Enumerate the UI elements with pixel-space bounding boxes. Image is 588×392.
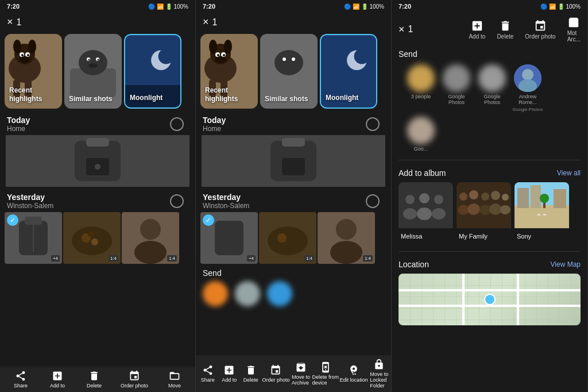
select-circle-yesterday-1[interactable] <box>170 194 184 208</box>
select-circle-yesterday-2[interactable] <box>366 194 380 208</box>
card-recent-highlights-2[interactable]: Recenthighlights <box>200 34 258 109</box>
svg-rect-94 <box>514 205 569 228</box>
toolbar-edit-location-2[interactable]: Edit location <box>340 364 368 383</box>
status-icons-2: 🔵 📶 🔋 100% <box>344 3 384 10</box>
phone-panel-2: 7:20 🔵 📶 🔋 100% × 1 <box>196 0 392 392</box>
photo-person-1[interactable]: 1:4 <box>122 212 179 264</box>
card-moonlight-2[interactable]: Moonlight <box>320 34 377 109</box>
svg-point-80 <box>434 195 443 204</box>
toolbar-order-2[interactable]: Order photo <box>262 364 289 383</box>
photo-person-2[interactable]: 1:4 <box>318 212 375 264</box>
svg-point-14 <box>79 50 107 75</box>
section-yesterday-1: Yesterday Winston-Salem <box>0 188 195 211</box>
phone-panel-3: 7:20 🔵 📶 🔋 100% × 1 Add to Delete Order … <box>392 0 588 392</box>
svg-point-99 <box>540 194 549 203</box>
svg-point-45 <box>224 40 232 53</box>
card-label-highlights-2: Recenthighlights <box>205 86 238 104</box>
send-avatars-right: 3 people Google Photos Google Photos <box>399 62 581 154</box>
action-order-3[interactable]: Order photo <box>525 20 555 40</box>
svg-point-55 <box>283 57 286 61</box>
toolbar-delete-1[interactable]: Delete <box>84 370 105 389</box>
svg-rect-26 <box>86 138 109 147</box>
svg-point-87 <box>481 193 489 201</box>
photo-checked-2: ✓ <box>203 214 214 226</box>
status-icons-1: 🔵 📶 🔋 100% <box>148 3 188 10</box>
status-time-1: 7:20 <box>7 3 20 10</box>
svg-point-48 <box>217 54 219 56</box>
photo-food-1[interactable]: 1:4 <box>63 212 121 264</box>
svg-point-17 <box>88 59 90 61</box>
send-avatar-right-people[interactable]: 3 people <box>405 64 436 112</box>
section-title-today-1: Today <box>7 116 30 125</box>
svg-rect-75 <box>399 182 453 228</box>
toolbar-order-1[interactable]: Order photo <box>121 370 148 389</box>
location-section: Location View Map <box>392 255 587 328</box>
map-road-v1 <box>462 274 465 325</box>
close-button-3[interactable]: × <box>399 24 405 36</box>
select-circle-today-2[interactable] <box>366 117 380 131</box>
card-label-similar-1: Similar shots <box>69 95 112 104</box>
svg-point-44 <box>209 40 217 53</box>
svg-point-19 <box>88 63 98 68</box>
action-bar-icons-3: Add to Delete Order photo MotArc... <box>469 16 581 43</box>
svg-point-68 <box>277 233 287 243</box>
card-similar-shots-2[interactable]: Similar shots <box>260 34 318 109</box>
photo-food-2[interactable]: 1:4 <box>259 212 316 264</box>
toolbar-addto-1[interactable]: Add to <box>47 370 68 389</box>
send-avatar-label-people: 3 people <box>411 94 431 99</box>
send-avatar-right-gp3[interactable]: Goo... <box>405 117 436 152</box>
status-icons-3: 🔵 📶 🔋 100% <box>540 3 581 10</box>
send-avatar-label-gp1: Google Photos <box>441 94 472 105</box>
toolbar-archive-2[interactable]: Move toArchive <box>291 362 311 386</box>
toolbar-locked-folder-2[interactable]: Move toLockedFolder <box>369 359 389 389</box>
toolbar-move-1[interactable]: Move <box>164 370 185 389</box>
action-addto-3[interactable]: Add to <box>469 20 485 40</box>
album-label-sony: Sony <box>514 230 569 241</box>
toolbar-remove-device-2[interactable]: Delete fromdevice <box>312 362 339 386</box>
send-avatar-right-gp2[interactable]: Google Photos <box>477 64 508 112</box>
close-button-2[interactable]: × <box>203 16 209 28</box>
send-avatar-1[interactable] <box>203 281 228 306</box>
album-sony[interactable]: Sony <box>514 182 569 245</box>
map-thumbnail[interactable] <box>399 274 581 325</box>
svg-rect-31 <box>25 217 42 225</box>
send-avatar-right-andrew[interactable]: Andrew Rome... Google Photos <box>512 64 543 112</box>
svg-point-49 <box>223 54 225 56</box>
svg-point-28 <box>95 164 100 170</box>
view-map-link[interactable]: View Map <box>551 260 581 268</box>
photo-bag-2[interactable]: ✓ +4 <box>200 212 258 264</box>
album-section-label: Add to album <box>399 168 446 178</box>
select-circle-today-1[interactable] <box>170 117 184 131</box>
album-my-family[interactable]: My Family <box>457 182 511 245</box>
photo-grid-today-2 <box>196 134 391 188</box>
toolbar-share-1[interactable]: Share <box>10 370 31 389</box>
svg-point-88 <box>479 205 491 215</box>
album-section: Add to album View all Melissa <box>392 164 587 248</box>
send-avatar-2[interactable] <box>235 281 260 306</box>
card-moonlight-1[interactable]: Moonlight <box>124 34 181 109</box>
photo-grid-today-1 <box>0 134 195 188</box>
toolbar-addto-2[interactable]: Add to <box>219 364 239 383</box>
photo-bag-1[interactable]: ✓ +4 <box>5 212 62 264</box>
action-move-3[interactable]: MotArc... <box>567 16 581 43</box>
view-all-albums[interactable]: View all <box>557 169 581 177</box>
action-delete-3[interactable]: Delete <box>497 20 513 40</box>
photo-backpack-1[interactable] <box>5 135 191 187</box>
status-bar-3: 7:20 🔵 📶 🔋 100% <box>392 0 587 13</box>
svg-point-81 <box>432 208 446 220</box>
album-melissa[interactable]: Melissa <box>399 182 453 245</box>
status-bar-2: 7:20 🔵 📶 🔋 100% <box>196 0 391 13</box>
card-recent-highlights-1[interactable]: Recenthighlights <box>5 34 62 109</box>
send-avatar-3[interactable] <box>267 281 292 306</box>
send-avatar-right-gp1[interactable]: Google Photos <box>441 64 472 112</box>
photo-backpack-2[interactable] <box>200 135 386 187</box>
toolbar-delete-2[interactable]: Delete <box>241 364 261 383</box>
close-button-1[interactable]: × <box>7 16 13 28</box>
svg-point-73 <box>522 69 533 80</box>
album-section-row: Add to album View all <box>399 168 581 178</box>
svg-rect-96 <box>531 185 541 208</box>
photo-time-badge-person-2: 1:4 <box>363 255 373 262</box>
toolbar-share-2[interactable]: Share <box>198 364 218 383</box>
card-similar-shots-1[interactable]: Similar shots <box>64 34 122 109</box>
action-bar-2: × 1 <box>196 13 391 32</box>
